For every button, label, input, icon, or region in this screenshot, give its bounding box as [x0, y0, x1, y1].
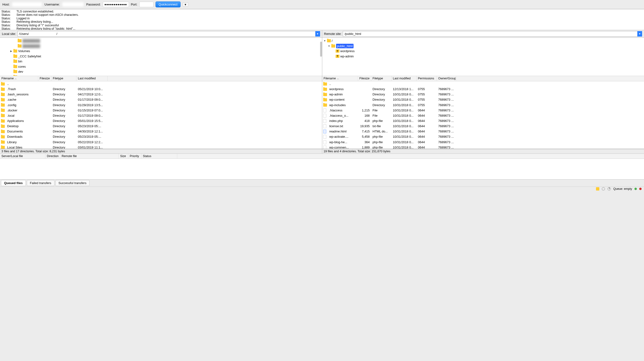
file-row[interactable]: .htaccess1,215File10/31/2018 0...0644768…	[322, 108, 644, 113]
tab-queued-files[interactable]: Queued files	[1, 180, 26, 186]
cell-owner-group: 7689673 ...	[437, 103, 456, 108]
folder-icon	[1, 88, 5, 91]
local-status-summary: 3 files and 17 directories. Total size: …	[0, 149, 322, 154]
bottom-status-bar: ? Queue: empty	[0, 186, 644, 191]
file-row[interactable]: .dockerDirectory01/15/2019 07:0...	[0, 108, 322, 113]
file-row[interactable]: .cacheDirectory01/17/2019 09:0...	[0, 97, 322, 102]
transfer-queue-header[interactable]: Server/Local file Direction Remote file …	[0, 154, 644, 159]
cell-filename: Downloads	[6, 134, 38, 139]
file-row[interactable]: .localDirectory01/17/2019 09:0...	[0, 113, 322, 118]
cell-last-modified: 05/01/2019 15:5...	[76, 119, 108, 123]
gear-icon[interactable]	[602, 187, 605, 191]
tab-successful-transfers[interactable]: Successful transfers	[56, 180, 90, 186]
file-row[interactable]: readme.html7,415HTML do...10/31/2018 0..…	[322, 129, 644, 134]
col-status: Status	[142, 154, 177, 159]
disclosure-triangle-icon[interactable]: ▼	[328, 44, 330, 48]
cell-last-modified: 10/31/2018 0...	[392, 124, 416, 129]
col-filetype: Filetype	[51, 76, 76, 81]
disclosure-triangle-icon[interactable]: ▼	[324, 39, 326, 43]
tree-item[interactable]: ?wordpress	[322, 49, 644, 54]
file-row[interactable]: license.txt19,935txt-file10/31/2018 0...…	[322, 124, 644, 129]
disclosure-triangle-icon[interactable]: ▶	[10, 49, 12, 53]
tree-item[interactable]: bin	[0, 59, 322, 64]
log-label: Status:	[2, 27, 12, 30]
file-row[interactable]: Local SitesDirectory03/01/2019 11:1...	[0, 145, 322, 149]
file-row[interactable]: wp-includesDirectory10/31/2018 0...07557…	[322, 103, 644, 108]
log-message: TLS connection established.	[16, 10, 54, 13]
file-row[interactable]: ..	[322, 81, 644, 87]
cell-filename: index.php	[328, 119, 358, 123]
disclosure-triangle-icon[interactable]: ▶	[10, 75, 12, 76]
tab-failed-transfers[interactable]: Failed transfers	[27, 180, 54, 186]
file-row[interactable]: wp-adminDirectory10/31/2018 0...07557689…	[322, 92, 644, 97]
local-directory-tree[interactable]: ████████████████▶Volumes_CCC SafetyNetbi…	[0, 38, 322, 76]
folder-icon	[1, 98, 5, 101]
file-row[interactable]: .bash_sessionsDirectory04/17/2019 12:0..…	[0, 92, 322, 97]
quickconnect-history-dropdown[interactable]: ▼	[182, 3, 188, 7]
tree-item[interactable]: cores	[0, 64, 322, 69]
remote-site-path-input[interactable]	[343, 31, 637, 37]
tree-item[interactable]: ████████	[0, 44, 322, 49]
log-label: Status:	[2, 24, 12, 27]
remote-site-dropdown-button[interactable]: ▼	[637, 31, 642, 37]
cell-filesize: 364	[358, 140, 371, 145]
tree-item[interactable]: ?wp-admin	[322, 54, 644, 59]
cell-filename: ..	[6, 82, 38, 86]
cell-permissions: 0755	[416, 97, 437, 102]
cell-permissions: 0755	[416, 92, 437, 97]
tree-item[interactable]: ▼public_html	[322, 44, 644, 49]
quickconnect-button[interactable]: Quickconnect	[156, 2, 180, 8]
folder-icon	[18, 45, 22, 48]
remote-file-list[interactable]: ..wordpressDirectory12/13/2018 1...07557…	[322, 81, 644, 149]
tree-item[interactable]: ▼/	[322, 38, 644, 44]
tree-item-label: cores	[18, 64, 26, 69]
log-message: Retrieving directory listing...	[16, 20, 53, 24]
cell-permissions: 0644	[416, 119, 437, 123]
tree-item-label: bin	[18, 59, 22, 64]
cell-last-modified: 04/17/2019 12:0...	[76, 92, 108, 97]
password-label: Password:	[86, 3, 101, 6]
file-row[interactable]: wordpressDirectory12/13/2018 1...0755768…	[322, 87, 644, 92]
tree-item[interactable]: _CCC SafetyNet	[0, 54, 322, 59]
host-input[interactable]	[12, 2, 42, 7]
file-row[interactable]: wp-contentDirectory10/31/2018 0...075576…	[322, 97, 644, 102]
col-remote-file: Remote file	[60, 154, 119, 159]
file-row[interactable]: DocumentsDirectory04/30/2019 12:1...	[0, 129, 322, 134]
col-filename: Filename︿	[322, 76, 358, 81]
file-row[interactable]: ..	[0, 81, 322, 87]
local-site-path-input[interactable]	[18, 31, 315, 37]
cell-last-modified: 05/22/2019 12:2...	[76, 140, 108, 145]
file-icon	[323, 114, 326, 118]
file-row[interactable]: index.php418php-file10/31/2018 0...06447…	[322, 118, 644, 124]
lock-icon[interactable]	[596, 187, 599, 191]
tree-item[interactable]: ▶Volumes	[0, 49, 322, 54]
tree-item[interactable]: dev	[0, 69, 322, 74]
file-row[interactable]: .TrashDirectory05/21/2019 10:0...	[0, 87, 322, 92]
folder-icon	[14, 70, 17, 73]
port-input[interactable]	[139, 2, 154, 7]
cell-last-modified: 04/30/2019 12:1...	[76, 129, 108, 134]
file-row[interactable]: .htaccess_o...168File10/31/2018 0...0644…	[322, 113, 644, 118]
remote-directory-tree[interactable]: ▼/▼public_html?wordpress?wp-admin	[322, 38, 644, 76]
cell-owner-group: 7689673 ...	[437, 113, 456, 118]
file-row[interactable]: DownloadsDirectory05/23/2019 05:...	[0, 134, 322, 139]
transfer-queue-body[interactable]	[0, 159, 644, 179]
file-row[interactable]: LibraryDirectory05/22/2019 12:2...	[0, 140, 322, 145]
remote-file-list-header[interactable]: Filename︿ Filesize Filetype Last modifie…	[322, 76, 644, 81]
password-input[interactable]	[103, 2, 129, 7]
local-file-list[interactable]: ...TrashDirectory05/21/2019 10:0....bash…	[0, 81, 322, 149]
username-input[interactable]	[62, 2, 84, 7]
file-row[interactable]: ApplicationsDirectory05/01/2019 15:5...	[0, 118, 322, 124]
tree-item[interactable]: ████████	[0, 38, 322, 44]
scrollbar[interactable]	[320, 42, 322, 57]
file-row[interactable]: wp-commen...1,889php-file10/31/2018 0...…	[322, 145, 644, 149]
help-icon[interactable]: ?	[608, 187, 611, 191]
file-row[interactable]: wp-activate....5,458php-file10/31/2018 0…	[322, 134, 644, 139]
file-row[interactable]: wp-blog-he...364php-file10/31/2018 0...0…	[322, 140, 644, 145]
local-file-list-header[interactable]: Filename︿ Filesize Filetype Last modifie…	[0, 76, 322, 81]
file-icon	[323, 135, 326, 139]
local-site-dropdown-button[interactable]: ▼	[315, 31, 320, 37]
file-row[interactable]: .configDirectory01/29/2019 13:5...	[0, 103, 322, 108]
tree-item[interactable]: ▶etc	[0, 74, 322, 76]
file-row[interactable]: DesktopDirectory05/23/2019 05:...	[0, 124, 322, 129]
